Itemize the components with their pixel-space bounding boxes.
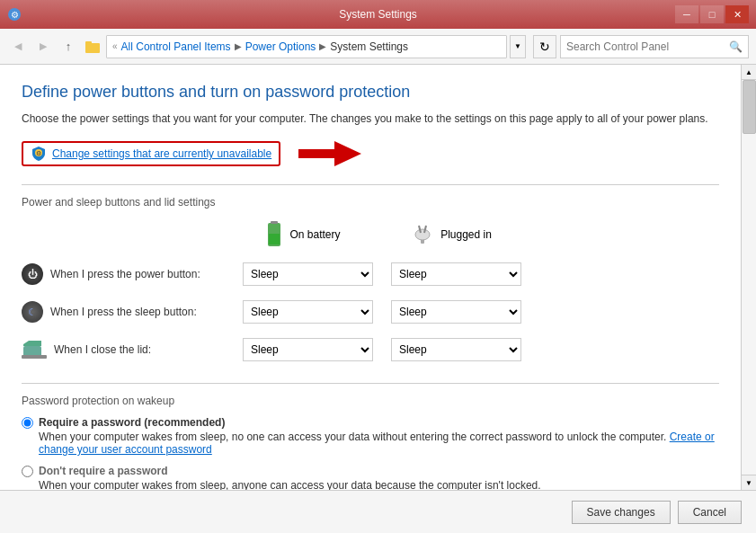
section-divider-2	[22, 383, 719, 384]
dont-require-password-option: Don't require a password When your compu…	[22, 465, 719, 490]
section-divider-1	[22, 184, 719, 185]
grid-header-empty	[22, 221, 228, 255]
up-button[interactable]: ↑	[58, 36, 79, 58]
search-box: 🔍	[560, 35, 749, 58]
dont-require-password-label: Don't require a password	[39, 465, 541, 477]
lid-battery-select-container: Do nothing Sleep Hibernate Shut down	[228, 331, 377, 369]
cancel-button[interactable]: Cancel	[678, 501, 742, 524]
svg-text:⚙: ⚙	[36, 150, 41, 156]
page-title: Define power buttons and turn on passwor…	[22, 83, 719, 102]
require-password-option: Require a password (recommended) When yo…	[22, 416, 719, 456]
folder-icon	[84, 39, 101, 55]
svg-rect-8	[271, 221, 278, 224]
breadcrumb-all-control-panel[interactable]: All Control Panel Items	[121, 40, 231, 53]
power-plugged-select-container: Do nothing Sleep Hibernate Shut down	[377, 255, 525, 293]
app-icon: ⚙	[7, 7, 22, 22]
lid-icon	[22, 339, 47, 360]
search-icon: 🔍	[729, 40, 743, 53]
title-bar: ⚙ System Settings ─ □ ✕	[0, 0, 756, 29]
back-button[interactable]: ◀	[7, 36, 29, 58]
save-changes-button[interactable]: Save changes	[572, 501, 671, 524]
dont-require-password-radio[interactable]	[22, 466, 33, 477]
svg-point-11	[415, 229, 430, 240]
settings-grid: On battery Plugged in ⏻ When I press the…	[22, 221, 719, 369]
close-button[interactable]: ✕	[725, 5, 749, 23]
window-title: System Settings	[0, 8, 756, 21]
breadcrumb-dropdown[interactable]: ▼	[510, 35, 526, 58]
breadcrumb-sep-1: ▶	[235, 41, 242, 51]
refresh-button[interactable]: ↻	[533, 35, 556, 58]
page-description: Choose the power settings that you want …	[22, 111, 719, 127]
sleep-battery-select[interactable]: Do nothing Sleep Hibernate Shut down	[243, 300, 373, 324]
change-settings-container: ⚙ Change settings that are currently una…	[22, 138, 719, 170]
lid-label: When I close the lid:	[22, 331, 228, 369]
svg-text:⚙: ⚙	[11, 10, 19, 20]
svg-rect-15	[22, 355, 47, 359]
change-settings-box: ⚙ Change settings that are currently una…	[22, 141, 280, 166]
sleep-button-label: ☾ When I press the sleep button:	[22, 293, 228, 331]
shield-icon: ⚙	[31, 146, 47, 162]
nav-bar: ◀ ▶ ↑ « All Control Panel Items ▶ Power …	[0, 29, 756, 65]
grid-header-plugged: Plugged in	[377, 221, 525, 255]
power-battery-select[interactable]: Do nothing Sleep Hibernate Shut down	[243, 262, 373, 286]
change-settings-link[interactable]: Change settings that are currently unava…	[52, 147, 271, 160]
maximize-button[interactable]: □	[700, 5, 724, 23]
scrollbar: ▲ ▼	[741, 65, 756, 490]
power-button-label: ⏻ When I press the power button:	[22, 255, 228, 293]
breadcrumb-power-options[interactable]: Power Options	[245, 40, 316, 53]
sleep-button-icon: ☾	[22, 301, 43, 323]
minimize-button[interactable]: ─	[675, 5, 698, 23]
plug-icon	[410, 222, 435, 247]
sleep-plugged-select[interactable]: Do nothing Sleep Hibernate Shut down	[391, 300, 521, 324]
svg-rect-9	[269, 234, 280, 244]
sleep-battery-select-container: Do nothing Sleep Hibernate Shut down	[228, 293, 377, 331]
require-password-radio[interactable]	[22, 417, 33, 429]
breadcrumb: « All Control Panel Items ▶ Power Option…	[106, 35, 507, 58]
scroll-thumb[interactable]	[743, 80, 756, 134]
battery-icon	[264, 221, 284, 248]
scroll-down-button[interactable]: ▼	[742, 475, 757, 490]
dont-require-password-desc: When your computer wakes from sleep, any…	[39, 479, 541, 490]
breadcrumb-sep-2: ▶	[319, 41, 326, 51]
lid-battery-select[interactable]: Do nothing Sleep Hibernate Shut down	[243, 338, 373, 361]
breadcrumb-system-settings: System Settings	[330, 40, 408, 53]
grid-header-battery: On battery	[228, 221, 377, 255]
require-password-desc: When your computer wakes from sleep, no …	[39, 431, 719, 456]
power-battery-select-container: Do nothing Sleep Hibernate Shut down	[228, 255, 377, 293]
power-plugged-select[interactable]: Do nothing Sleep Hibernate Shut down	[391, 262, 521, 286]
svg-marker-6	[298, 141, 361, 166]
sleep-plugged-select-container: Do nothing Sleep Hibernate Shut down	[377, 293, 525, 331]
lid-plugged-select-container: Do nothing Sleep Hibernate Shut down	[377, 331, 525, 369]
svg-rect-3	[85, 41, 92, 45]
lid-plugged-select[interactable]: Do nothing Sleep Hibernate Shut down	[391, 338, 521, 361]
content-area: Define power buttons and turn on passwor…	[0, 65, 741, 490]
scroll-up-button[interactable]: ▲	[742, 65, 757, 80]
power-button-icon: ⏻	[22, 263, 43, 285]
red-arrow	[289, 138, 361, 170]
forward-button[interactable]: ▶	[32, 36, 54, 58]
main-container: Define power buttons and turn on passwor…	[0, 65, 756, 490]
power-sleep-section-title: Power and sleep buttons and lid settings	[22, 196, 719, 209]
scroll-track[interactable]	[742, 80, 756, 475]
require-password-label: Require a password (recommended)	[39, 416, 719, 429]
password-section-title: Password protection on wakeup	[22, 395, 719, 407]
footer: Save changes Cancel	[0, 490, 756, 533]
search-input[interactable]	[566, 40, 729, 53]
